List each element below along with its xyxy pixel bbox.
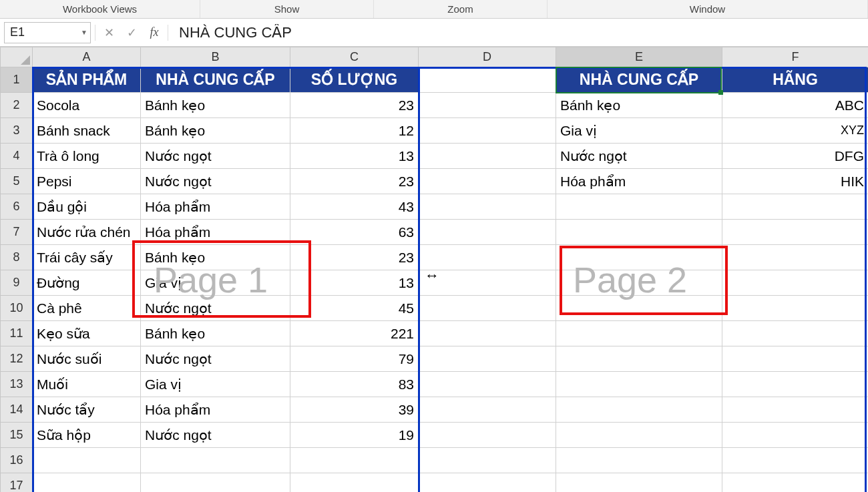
cell-f1[interactable]: HÃNG (722, 67, 869, 93)
cell[interactable]: 45 (290, 296, 419, 321)
cell[interactable] (419, 473, 556, 493)
cell-b1[interactable]: NHÀ CUNG CẤP (141, 67, 290, 93)
cell[interactable]: Nước ngọt (141, 423, 290, 448)
row-header[interactable]: 2 (1, 93, 33, 118)
row-header[interactable]: 12 (1, 346, 33, 372)
cell[interactable] (722, 220, 869, 245)
row-header[interactable]: 16 (1, 448, 33, 473)
cell[interactable] (556, 346, 722, 372)
cell[interactable]: Hóa phẩm (556, 169, 722, 194)
cell[interactable]: Nước ngọt (141, 296, 290, 321)
cell[interactable] (290, 448, 419, 473)
cell[interactable] (556, 423, 722, 448)
cell[interactable] (722, 346, 869, 372)
row-header[interactable]: 9 (1, 270, 33, 296)
cell[interactable]: Hóa phẩm (141, 220, 290, 245)
cell[interactable] (419, 448, 556, 473)
cell[interactable] (419, 144, 556, 169)
cell[interactable]: Gia vị (141, 270, 290, 296)
ribbon-group-show[interactable]: Show (200, 0, 374, 18)
cell[interactable]: 23 (290, 245, 419, 270)
cell[interactable] (722, 194, 869, 220)
cell[interactable] (290, 473, 419, 493)
cell[interactable]: Hóa phẩm (141, 397, 290, 423)
cell[interactable] (33, 448, 141, 473)
cell[interactable] (556, 220, 722, 245)
cell[interactable]: Dầu gội (33, 194, 141, 220)
cell[interactable]: Sữa hộp (33, 423, 141, 448)
cell[interactable] (419, 397, 556, 423)
cell[interactable]: Trà ô long (33, 144, 141, 169)
cell[interactable]: Bánh kẹo (141, 118, 290, 144)
cell[interactable] (419, 346, 556, 372)
col-header-a[interactable]: A (33, 47, 141, 67)
cell[interactable]: Bánh kẹo (556, 93, 722, 118)
select-all-corner[interactable] (1, 47, 33, 67)
cell[interactable] (556, 194, 722, 220)
insert-function-button[interactable]: fx (145, 23, 164, 42)
row-header[interactable]: 4 (1, 144, 33, 169)
row-header[interactable]: 7 (1, 220, 33, 245)
cell[interactable]: Socola (33, 93, 141, 118)
cell[interactable] (419, 93, 556, 118)
cell[interactable]: 43 (290, 194, 419, 220)
cell[interactable]: Gia vị (141, 372, 290, 397)
cell[interactable] (33, 473, 141, 493)
cell[interactable]: Bánh kẹo (141, 93, 290, 118)
chevron-down-icon[interactable]: ▼ (81, 29, 87, 36)
cell[interactable] (556, 270, 722, 296)
cell[interactable] (722, 448, 869, 473)
cell[interactable] (556, 296, 722, 321)
cell[interactable]: Bánh snack (33, 118, 141, 144)
cell[interactable] (419, 296, 556, 321)
row-header[interactable]: 13 (1, 372, 33, 397)
cell[interactable]: 23 (290, 169, 419, 194)
cancel-formula-button[interactable]: ✕ (99, 23, 118, 42)
row-header[interactable]: 10 (1, 296, 33, 321)
row-header[interactable]: 1 (1, 67, 33, 93)
cell[interactable]: ABC (722, 93, 869, 118)
cell[interactable] (722, 245, 869, 270)
row-header[interactable]: 15 (1, 423, 33, 448)
ribbon-group-workbook-views[interactable]: Workbook Views (0, 0, 200, 18)
cell[interactable]: Bánh kẹo (141, 321, 290, 346)
cell[interactable] (419, 220, 556, 245)
cell[interactable]: 12 (290, 118, 419, 144)
cell[interactable] (419, 270, 556, 296)
cell[interactable]: 63 (290, 220, 419, 245)
cell[interactable] (556, 397, 722, 423)
cell[interactable]: 13 (290, 144, 419, 169)
spreadsheet-grid[interactable]: A B C D E F 1 SẢN PHẨM NHÀ CUNG CẤP SỐ L… (0, 47, 868, 492)
cell[interactable] (722, 397, 869, 423)
cell[interactable]: Nước ngọt (141, 346, 290, 372)
cell[interactable] (556, 245, 722, 270)
col-header-d[interactable]: D (419, 47, 556, 67)
cell[interactable]: Kẹo sữa (33, 321, 141, 346)
cell-e1[interactable]: NHÀ CUNG CẤP (556, 67, 722, 93)
row-header[interactable]: 14 (1, 397, 33, 423)
row-header[interactable]: 3 (1, 118, 33, 144)
cell[interactable] (556, 448, 722, 473)
cell[interactable] (419, 321, 556, 346)
cell[interactable]: Cà phê (33, 296, 141, 321)
cell[interactable]: HIK (722, 169, 869, 194)
cell[interactable]: Nước ngọt (141, 144, 290, 169)
cell[interactable]: Nước ngọt (141, 169, 290, 194)
cell[interactable]: 19 (290, 423, 419, 448)
cell[interactable] (556, 372, 722, 397)
col-header-f[interactable]: F (722, 47, 869, 67)
cell[interactable] (722, 372, 869, 397)
cell[interactable] (556, 321, 722, 346)
cell-d1[interactable] (419, 67, 556, 93)
cell[interactable]: Nước tẩy (33, 397, 141, 423)
cell[interactable] (419, 194, 556, 220)
cell[interactable]: 13 (290, 270, 419, 296)
cell[interactable] (556, 473, 722, 493)
cell[interactable] (419, 245, 556, 270)
cell[interactable]: 221 (290, 321, 419, 346)
cell[interactable]: Pepsi (33, 169, 141, 194)
cell[interactable] (141, 473, 290, 493)
cell-a1[interactable]: SẢN PHẨM (33, 67, 141, 93)
cell[interactable]: 39 (290, 397, 419, 423)
cell[interactable]: Bánh kẹo (141, 245, 290, 270)
